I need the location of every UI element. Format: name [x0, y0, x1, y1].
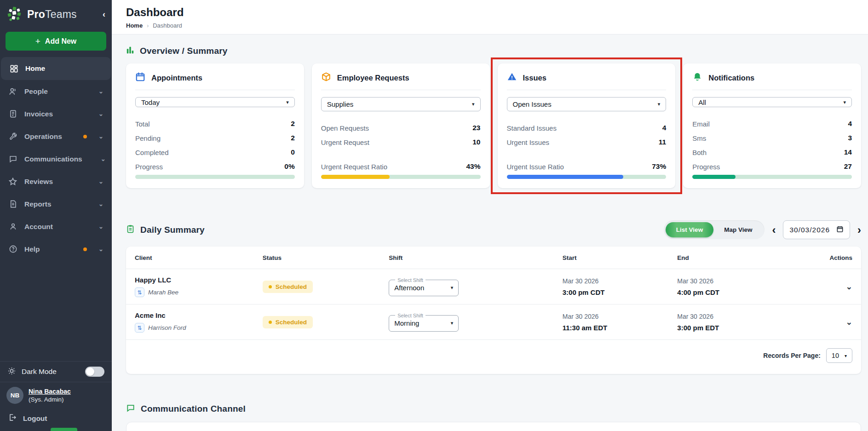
sidebar-item-people[interactable]: People ⌄ [0, 80, 112, 103]
stat-value: 3 [848, 134, 852, 142]
status-badge: Scheduled [263, 316, 313, 328]
plus-icon: + [35, 36, 40, 46]
cube-icon [321, 72, 331, 84]
sidebar-item-account[interactable]: Account ⌄ [0, 215, 112, 238]
sidebar-item-label: Account [24, 223, 53, 231]
stat-label: Email [692, 120, 710, 128]
logo-text: ProTeams [27, 8, 77, 21]
user-name-link[interactable]: Nina Bacabac [29, 388, 71, 395]
swap-arrows-icon[interactable]: ⇅ [135, 287, 144, 297]
select-value: Open Issues [513, 100, 552, 108]
people-icon [8, 87, 17, 96]
chevron-down-icon: ⌄ [98, 110, 103, 117]
main-content: Dashboard Home › Dashboard Overview / Su… [112, 0, 868, 431]
client-person: Harrison Ford [148, 324, 186, 331]
bell-icon [692, 72, 702, 84]
calendar-icon [135, 72, 145, 84]
overview-section-title: Overview / Summary [140, 46, 228, 56]
stat-row: Pending2 [135, 134, 295, 142]
shift-select[interactable]: Morning ▾ [394, 319, 453, 327]
progress-section: Urgent Issue Ratio73% [507, 162, 667, 179]
list-view-button[interactable]: List View [666, 222, 713, 237]
overview-section-header: Overview / Summary [126, 46, 861, 56]
progress-value: 73% [652, 162, 666, 171]
stat-row: Both14 [692, 148, 852, 156]
shift-select[interactable]: Afternoon ▾ [394, 284, 453, 292]
stat-value: 11 [659, 138, 666, 146]
progress-bar [692, 175, 852, 179]
add-new-button[interactable]: + Add New [6, 32, 106, 51]
breadcrumb-home[interactable]: Home [126, 22, 143, 29]
dark-mode-row: Dark Mode [0, 362, 112, 382]
sidebar-item-home[interactable]: Home [1, 57, 111, 80]
appointments-filter-select[interactable]: Today ▾ [135, 97, 295, 107]
proteams-logo-icon [6, 6, 23, 23]
start-date: Mar 30 2026 [563, 277, 678, 285]
communication-channel-card [126, 422, 861, 431]
clipboard-icon [126, 224, 135, 235]
table-footer: Records Per Page: 10 ▾ [126, 340, 861, 374]
client-cell: Happy LLC ⇅ Marah Bee [135, 276, 263, 297]
daily-summary-header: Daily Summary List View Map View ‹ 30/03… [126, 220, 861, 239]
employee-requests-filter-select[interactable]: Supplies ▾ [321, 97, 481, 111]
sidebar-item-label: Help [24, 245, 40, 253]
sidebar-item-label: Operations [24, 132, 62, 141]
sidebar-collapse-icon[interactable]: ‹ [103, 10, 105, 19]
card-stats: Standard Issues4 Urgent Issues11 [507, 118, 667, 152]
records-per-page-value: 10 [832, 352, 839, 359]
end-cell: Mar 30 2026 4:00 pm CDT [677, 277, 800, 296]
status-badge: Scheduled [263, 281, 313, 293]
chevron-down-icon: ⌄ [98, 201, 103, 207]
column-header-start: Start [563, 254, 678, 261]
sidebar-item-operations[interactable]: Operations ⌄ [0, 125, 112, 148]
card-header: Issues [507, 72, 667, 90]
sidebar-item-label: Communications [24, 155, 82, 163]
sidebar-item-help[interactable]: Help ⌄ [0, 238, 112, 260]
stat-row: Total2 [135, 120, 295, 128]
toggle-knob [86, 368, 94, 376]
dark-mode-toggle[interactable] [85, 367, 104, 377]
add-new-label: Add New [45, 37, 76, 46]
records-per-page-select[interactable]: 10 ▾ [826, 348, 852, 363]
dropdown-arrow-icon: ▾ [845, 353, 847, 358]
chevron-down-icon: ⌄ [98, 178, 103, 185]
sidebar-item-invoices[interactable]: Invoices ⌄ [0, 103, 112, 125]
start-cell: Mar 30 2026 3:00 pm CDT [563, 277, 678, 296]
shift-cell: Select Shift Afternoon ▾ [389, 277, 563, 296]
page-header: Dashboard Home › Dashboard [112, 0, 868, 34]
map-view-button[interactable]: Map View [713, 222, 763, 237]
calendar-picker-icon [836, 225, 844, 235]
communication-section-title: Communication Channel [141, 404, 246, 414]
sidebar: ProTeams ‹ + Add New Home People ⌄ Invoi… [0, 0, 112, 431]
shift-fieldset: Select Shift Afternoon ▾ [389, 277, 459, 296]
row-expand-chevron[interactable]: ⌄ [846, 317, 852, 327]
progress-value: 43% [466, 162, 480, 171]
stat-value: 0 [291, 148, 295, 156]
status-label: Scheduled [276, 319, 307, 326]
progress-label: Progress [692, 163, 720, 171]
issues-filter-select[interactable]: Open Issues ▾ [507, 97, 667, 111]
wrench-icon [8, 132, 17, 141]
next-day-button[interactable]: › [857, 224, 861, 236]
end-date: Mar 30 2026 [677, 277, 800, 285]
select-value: Supplies [327, 100, 354, 108]
sidebar-item-reports[interactable]: Reports ⌄ [0, 193, 112, 215]
bar-chart-icon [126, 46, 134, 56]
sidebar-item-reviews[interactable]: Reviews ⌄ [0, 170, 112, 193]
dark-mode-label: Dark Mode [22, 368, 57, 376]
start-date: Mar 30 2026 [563, 313, 678, 320]
sidebar-green-strip [51, 428, 77, 431]
swap-arrows-icon[interactable]: ⇅ [135, 323, 144, 333]
stat-label: Urgent Request [321, 138, 369, 146]
progress-label: Urgent Request Ratio [321, 163, 387, 171]
progress-value: 0% [284, 162, 294, 171]
shift-value: Morning [394, 319, 419, 327]
notifications-filter-select[interactable]: All ▾ [692, 97, 852, 107]
sidebar-nav: Home People ⌄ Invoices ⌄ Operations ⌄ [0, 57, 112, 260]
sidebar-item-communications[interactable]: Communications ⌄ [0, 148, 112, 170]
dropdown-arrow-icon: ▾ [472, 101, 475, 107]
row-expand-chevron[interactable]: ⌄ [846, 282, 852, 292]
star-icon [8, 177, 17, 186]
previous-day-button[interactable]: ‹ [772, 224, 776, 236]
date-input[interactable]: 30/03/2026 [783, 220, 850, 239]
